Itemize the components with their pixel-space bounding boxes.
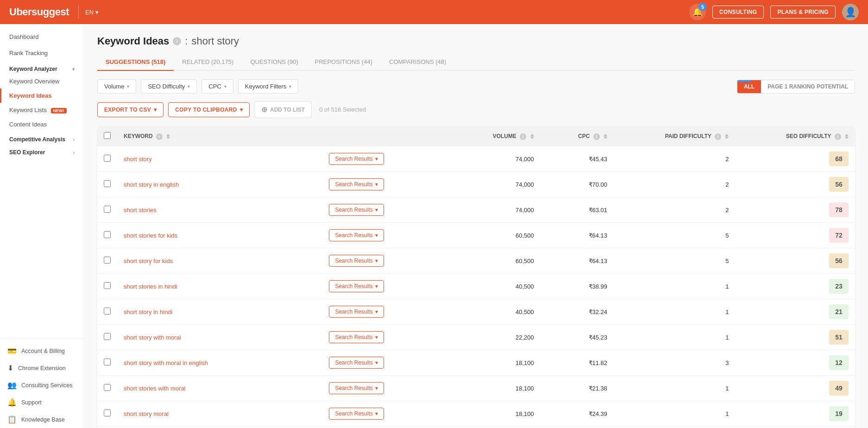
seo-difficulty-filter[interactable]: SEO Difficulty ▾ [141, 79, 197, 94]
sidebar-sub-keyword-overview[interactable]: Keyword Overview [0, 74, 84, 88]
paid-difficulty-column-header[interactable]: PAID DIFFICULTY i [614, 126, 735, 146]
consulting-button[interactable]: CONSULTING [712, 6, 764, 19]
search-results-cell-4[interactable]: Search Results ▾ [322, 248, 454, 274]
row-checkbox-cell-11[interactable] [97, 427, 117, 428]
avatar[interactable]: 👤 [842, 4, 859, 20]
keyword-filters[interactable]: Keyword Filters ▾ [238, 79, 299, 94]
keyword-link-8[interactable]: short story with moral in english [124, 359, 208, 366]
row-checkbox-9[interactable] [104, 384, 111, 391]
volume-column-header[interactable]: VOLUME i [454, 126, 540, 146]
search-results-cell-1[interactable]: Search Results ▾ [322, 172, 454, 197]
sidebar-bottom-chrome[interactable]: ⬇ Chrome Extension [0, 359, 84, 377]
search-results-cell-10[interactable]: Search Results ▾ [322, 401, 454, 427]
keyword-link-2[interactable]: short stories [124, 207, 157, 214]
search-results-button-10[interactable]: Search Results ▾ [329, 408, 384, 420]
search-results-button-5[interactable]: Search Results ▾ [329, 280, 384, 292]
sidebar-bottom-account[interactable]: 💳 Account & Billing [0, 342, 84, 359]
row-checkbox-5[interactable] [104, 282, 111, 289]
cpc-info-icon[interactable]: i [593, 133, 600, 140]
row-checkbox-cell-6[interactable] [97, 299, 117, 325]
sidebar-section-competitive-analysis[interactable]: Competitive Analysis › [0, 132, 84, 145]
row-checkbox-7[interactable] [104, 333, 111, 340]
keyword-link-7[interactable]: short story with moral [124, 334, 181, 341]
search-results-button-9[interactable]: Search Results ▾ [329, 382, 384, 394]
tab-prepositions[interactable]: PREPOSITIONS (44) [307, 55, 381, 71]
search-results-cell-6[interactable]: Search Results ▾ [322, 299, 454, 325]
row-checkbox-cell-4[interactable] [97, 248, 117, 274]
row-checkbox-cell-3[interactable] [97, 223, 117, 248]
select-all-checkbox[interactable] [104, 132, 111, 139]
keyword-link-9[interactable]: short stories with moral [124, 385, 186, 392]
keyword-link-6[interactable]: short story in hindi [124, 308, 173, 315]
add-to-list-button[interactable]: ⊕ ADD TO LIST [254, 101, 312, 118]
search-results-cell-9[interactable]: Search Results ▾ [322, 376, 454, 401]
volume-filter[interactable]: Volume ▾ [97, 79, 136, 94]
row-checkbox-8[interactable] [104, 359, 111, 365]
sidebar-sub-keyword-lists[interactable]: Keyword Lists NEW! [0, 103, 84, 117]
keyword-column-header[interactable]: KEYWORD i [117, 126, 322, 146]
row-checkbox-cell-7[interactable] [97, 325, 117, 350]
row-checkbox-cell-5[interactable] [97, 274, 117, 299]
keyword-link-5[interactable]: short stories in hindi [124, 283, 177, 290]
search-results-cell-0[interactable]: Search Results ▾ [322, 146, 454, 172]
keyword-link-3[interactable]: short stories for kids [124, 232, 177, 239]
search-results-button-4[interactable]: Search Results ▾ [329, 255, 384, 267]
export-csv-button[interactable]: EXPORT TO CSV ▾ [97, 102, 164, 117]
sidebar-section-seo-explorer[interactable]: SEO Explorer › [0, 145, 84, 157]
search-results-cell-8[interactable]: Search Results ▾ [322, 350, 454, 376]
tab-questions[interactable]: QUESTIONS (90) [242, 55, 306, 71]
language-selector[interactable]: EN ▾ [85, 9, 99, 16]
search-results-button-8[interactable]: Search Results ▾ [329, 357, 384, 369]
sidebar-bottom-support[interactable]: 🔔 Support [0, 394, 84, 411]
seo-diff-info-icon[interactable]: i [835, 133, 841, 140]
row-checkbox-3[interactable] [104, 231, 111, 238]
toggle-all-button[interactable]: ALL [737, 80, 761, 93]
keyword-link-10[interactable]: short story moral [124, 410, 169, 417]
row-checkbox-cell-1[interactable] [97, 172, 117, 197]
search-results-button-1[interactable]: Search Results ▾ [329, 178, 384, 190]
search-results-button-6[interactable]: Search Results ▾ [329, 306, 384, 318]
row-checkbox-cell-0[interactable] [97, 146, 117, 172]
volume-info-icon[interactable]: i [520, 133, 526, 140]
search-results-button-3[interactable]: Search Results ▾ [329, 229, 384, 241]
search-results-cell-7[interactable]: Search Results ▾ [322, 325, 454, 350]
plans-pricing-button[interactable]: PLANS & PRICING [770, 6, 836, 19]
tab-related[interactable]: RELATED (20,175) [174, 55, 242, 71]
search-results-button-7[interactable]: Search Results ▾ [329, 331, 384, 343]
keyword-link-0[interactable]: short story [124, 156, 152, 163]
search-results-cell-5[interactable]: Search Results ▾ [322, 274, 454, 299]
row-checkbox-0[interactable] [104, 155, 111, 162]
row-checkbox-2[interactable] [104, 206, 111, 213]
search-results-cell-11[interactable]: Search Results ▾ [322, 427, 454, 428]
seo-difficulty-column-header[interactable]: SEO DIFFICULTY i [735, 126, 855, 146]
keyword-link-1[interactable]: short story in english [124, 181, 179, 188]
search-results-cell-2[interactable]: Search Results ▾ [322, 197, 454, 223]
tab-suggestions[interactable]: SUGGESTIONS (518) [97, 55, 174, 71]
search-results-button-2[interactable]: Search Results ▾ [329, 204, 384, 216]
row-checkbox-10[interactable] [104, 409, 111, 416]
sidebar-sub-keyword-ideas[interactable]: Keyword Ideas [0, 88, 84, 103]
title-info-icon[interactable]: i [173, 37, 181, 45]
sidebar-sub-content-ideas[interactable]: Content Ideas [0, 117, 84, 132]
sidebar-item-dashboard[interactable]: Dashboard [0, 29, 84, 45]
notification-bell[interactable]: 🔔 5 [689, 4, 706, 20]
row-checkbox-cell-10[interactable] [97, 401, 117, 427]
search-results-cell-3[interactable]: Search Results ▾ [322, 223, 454, 248]
row-checkbox-4[interactable] [104, 257, 111, 264]
keyword-link-4[interactable]: short story for kids [124, 258, 173, 264]
paid-diff-info-icon[interactable]: i [715, 133, 721, 140]
select-all-header[interactable] [97, 126, 117, 146]
sidebar-bottom-consulting[interactable]: 👥 Consulting Services [0, 377, 84, 394]
cpc-filter[interactable]: CPC ▾ [201, 79, 233, 94]
search-results-button-0[interactable]: Search Results ▾ [329, 153, 384, 165]
tab-comparisons[interactable]: COMPARISONS (48) [381, 55, 454, 71]
sidebar-section-keyword-analyzer[interactable]: Keyword Analyzer ▾ [0, 61, 84, 74]
row-checkbox-cell-8[interactable] [97, 350, 117, 376]
row-checkbox-1[interactable] [104, 180, 111, 187]
sidebar-item-rank-tracking[interactable]: Rank Tracking [0, 45, 84, 61]
sidebar-bottom-knowledge[interactable]: 📋 Knowledge Base [0, 411, 84, 428]
row-checkbox-cell-9[interactable] [97, 376, 117, 401]
cpc-column-header[interactable]: CPC i [541, 126, 614, 146]
keyword-info-icon[interactable]: i [156, 133, 163, 140]
row-checkbox-cell-2[interactable] [97, 197, 117, 223]
